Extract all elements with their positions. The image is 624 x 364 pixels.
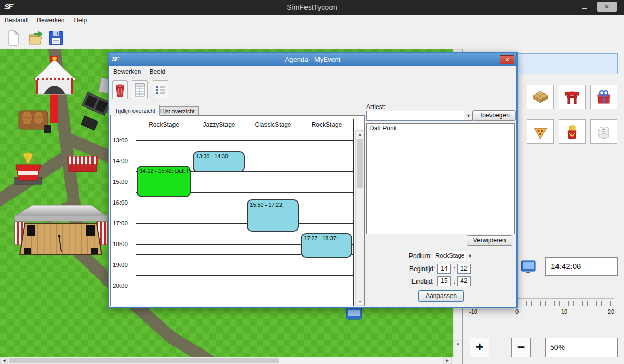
- chevron-down-icon[interactable]: ▼: [466, 251, 474, 261]
- podium-dropdown[interactable]: RockStage ▼: [433, 251, 474, 261]
- trash-icon: [114, 83, 126, 97]
- minimize-button[interactable]: —: [560, 2, 574, 12]
- striped-stand: [68, 156, 98, 172]
- artist-list-item[interactable]: Daft Punk: [367, 124, 514, 133]
- column-header-jazzystage: JazzyStage: [192, 119, 246, 130]
- menu-help[interactable]: Help: [69, 15, 91, 24]
- podium-label: Podium:: [409, 252, 432, 260]
- event-daft-punk[interactable]: 14:12 - 15:42: Daft Punk: [137, 166, 191, 197]
- column-header-rockstage-2: RockStage: [300, 119, 354, 130]
- add-artist-button[interactable]: Toevoegen: [473, 110, 516, 121]
- gift-icon: [595, 89, 613, 105]
- agenda-dialog: SF Agenda - MyEvent ✕ BewerkenBeeld: [108, 52, 518, 308]
- shop-item-toilet-roll[interactable]: [590, 119, 617, 144]
- begin-colon: :: [454, 265, 455, 273]
- event-classicstage[interactable]: 15:50 - 17:22:: [247, 199, 299, 232]
- column-header-rockstage: RockStage: [136, 119, 192, 130]
- open-file-button[interactable]: [27, 29, 44, 47]
- menu-bewerken[interactable]: Bewerken: [32, 15, 69, 24]
- shop-item-gift[interactable]: [590, 85, 617, 109]
- shop-item-pizza[interactable]: [527, 119, 554, 144]
- toilet-roll-icon: [595, 124, 613, 140]
- app-window: SF SimFestTycoon — ✕ BestandBewerkenHelp: [0, 0, 624, 364]
- slider-label-20: 20: [603, 308, 619, 315]
- zoom-out-button[interactable]: −: [511, 338, 531, 357]
- zoom-in-button[interactable]: +: [470, 338, 489, 357]
- scroll-up-icon[interactable]: ▲: [356, 131, 364, 138]
- apply-button[interactable]: Aanpassen: [418, 290, 464, 302]
- open-file-icon: [28, 30, 43, 46]
- maximize-icon: [582, 5, 587, 9]
- pizza-icon: [532, 124, 549, 140]
- artist-label: Artiest:: [366, 103, 386, 111]
- dialog-menu-bewerken[interactable]: Bewerken: [109, 66, 145, 75]
- close-button[interactable]: ✕: [597, 2, 617, 12]
- slider-label-0: 0: [509, 308, 525, 315]
- main-stage: [15, 205, 107, 255]
- screen-icon[interactable]: [520, 258, 537, 275]
- list-view-button[interactable]: [153, 80, 168, 99]
- time-label: 16:00: [113, 199, 135, 206]
- dialog-menu-beeld[interactable]: Beeld: [145, 66, 169, 75]
- dialog-titlebar: SF Agenda - MyEvent: [109, 53, 516, 66]
- shop-item-torii-gate[interactable]: [559, 85, 586, 109]
- pallet-icon: [531, 89, 550, 105]
- time-label: 17:00: [113, 220, 135, 226]
- maximize-button[interactable]: [577, 2, 592, 12]
- tab-tijdlijn-overzicht[interactable]: Tijdlijn overzicht: [111, 105, 160, 116]
- save-file-button[interactable]: [48, 29, 64, 47]
- titlebar: SF SimFestTycoon — ✕: [0, 0, 624, 15]
- begin-hour-field[interactable]: 14: [437, 264, 451, 274]
- time-label: 14:00: [113, 158, 135, 164]
- remove-artist-button[interactable]: Verwijderen: [467, 235, 512, 246]
- time-label: 13:00: [113, 137, 135, 143]
- map-horizontal-scrollbar[interactable]: ◀ ▶: [0, 357, 452, 364]
- podium-dropdown-value: RockStage: [435, 252, 464, 259]
- dialog-toolbar: [109, 77, 516, 103]
- main-toolbar: [0, 26, 624, 49]
- end-colon: :: [454, 278, 455, 285]
- begin-minute-field[interactable]: 12: [457, 264, 471, 274]
- scroll-right-icon[interactable]: ▶: [443, 357, 452, 364]
- artist-dropdown[interactable]: ▼: [366, 111, 473, 121]
- artist-list[interactable]: Daft Punk: [366, 123, 515, 234]
- timeline-view-button[interactable]: [132, 80, 148, 99]
- schedule-scroll-thumb[interactable]: [357, 139, 363, 188]
- delete-event-button[interactable]: [112, 80, 128, 99]
- dialog-title: Agenda - MyEvent: [109, 56, 516, 63]
- scroll-down-icon[interactable]: ▼: [356, 298, 364, 305]
- time-label: 19:00: [113, 262, 135, 268]
- shop-item-pallet[interactable]: [527, 85, 554, 109]
- window-title: SimFestTycoon: [0, 3, 624, 11]
- end-minute-field[interactable]: 42: [457, 276, 471, 286]
- new-file-button[interactable]: [5, 29, 22, 47]
- timeline-panel: RockStage JazzyStage ClassicStage RockSt…: [110, 115, 365, 306]
- zoom-level-field[interactable]: 50%: [545, 338, 618, 357]
- save-file-icon: [49, 31, 63, 45]
- table-view-icon: [135, 83, 145, 97]
- event-jazzystage[interactable]: 13:30 - 14:30:: [193, 151, 245, 172]
- end-time-label: Eindtijd:: [411, 278, 434, 285]
- schedule-scrollbar[interactable]: ▲ ▼: [355, 130, 364, 306]
- end-hour-field[interactable]: 15: [437, 276, 451, 286]
- shop-item-fries[interactable]: [559, 119, 586, 144]
- dialog-close-button[interactable]: ✕: [500, 55, 514, 64]
- time-label: 18:00: [113, 241, 135, 247]
- time-label: 20:00: [113, 282, 135, 289]
- event-rockstage-2[interactable]: 17:27 - 18:37:: [301, 233, 352, 258]
- new-file-icon: [7, 30, 20, 46]
- scroll-left-icon[interactable]: ◀: [0, 357, 8, 364]
- chevron-down-icon[interactable]: ▼: [464, 111, 472, 120]
- scroll-down-icon[interactable]: ▼: [454, 340, 462, 348]
- torii-gate-icon: [563, 89, 581, 105]
- list-view-icon: [155, 85, 166, 95]
- main-menubar: BestandBewerkenHelp: [0, 15, 624, 26]
- begin-time-label: Begintijd:: [409, 265, 435, 273]
- fries-icon: [563, 124, 581, 140]
- menu-bestand[interactable]: Bestand: [0, 15, 32, 24]
- slider-label-10: 10: [556, 308, 572, 315]
- hscroll-thumb[interactable]: [9, 358, 279, 363]
- clock-display: 14:42:08: [545, 257, 618, 276]
- tab-lijst-overzicht[interactable]: Lijst overzicht: [156, 106, 199, 116]
- column-header-classicstage: ClassicStage: [246, 119, 300, 130]
